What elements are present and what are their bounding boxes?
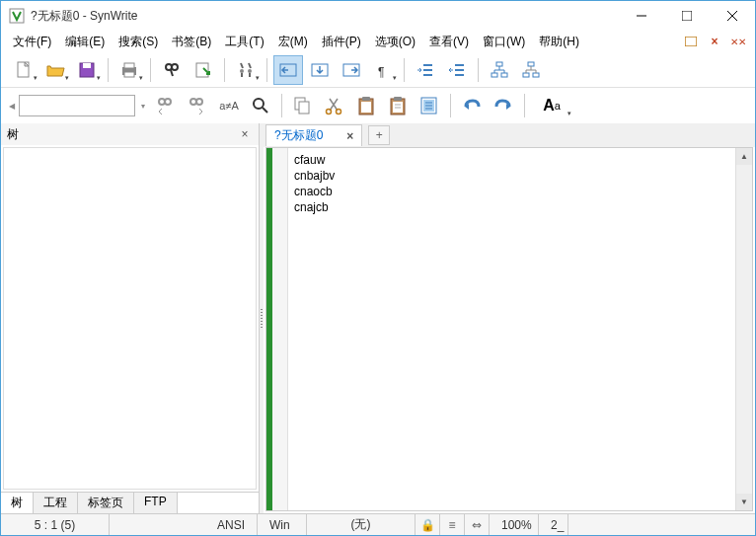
status-lineend[interactable]: Win: [258, 514, 307, 535]
close-button[interactable]: [710, 1, 755, 31]
separator: [108, 58, 109, 82]
separator: [450, 94, 451, 117]
print-button[interactable]: ▾: [114, 55, 144, 85]
menu-tools[interactable]: 工具(T): [219, 32, 269, 52]
vertical-scrollbar[interactable]: ▲ ▼: [735, 148, 752, 510]
font-button[interactable]: Aa▾: [531, 91, 572, 120]
open-file-button[interactable]: ▾: [40, 55, 70, 85]
scroll-up-icon[interactable]: ▲: [736, 148, 752, 165]
status-tabsize[interactable]: 2_: [539, 514, 568, 535]
paste-button[interactable]: [383, 91, 413, 120]
scroll-down-icon[interactable]: ▼: [736, 494, 752, 510]
left-tab-tree[interactable]: 树: [1, 493, 34, 513]
tree-panel-title: 树: [7, 126, 237, 143]
redo-button[interactable]: [489, 91, 518, 120]
add-tab-button[interactable]: +: [368, 125, 390, 145]
find-button[interactable]: [157, 55, 187, 85]
x-icon[interactable]: ×: [707, 34, 722, 49]
svg-line-39: [263, 108, 267, 113]
svg-text:¶: ¶: [378, 65, 384, 79]
status-lexer[interactable]: (无): [307, 514, 416, 535]
find-next-button[interactable]: [183, 91, 212, 120]
left-tabs: 树 工程 标签页 FTP: [1, 492, 259, 513]
doc-tab[interactable]: ?无标题0 ×: [265, 124, 362, 146]
menu-help[interactable]: 帮助(H): [533, 32, 585, 52]
svg-rect-10: [124, 63, 134, 68]
svg-point-35: [165, 99, 171, 105]
xx-icon[interactable]: ✕✕: [730, 34, 746, 49]
zoom-button[interactable]: [246, 91, 275, 120]
svg-rect-30: [501, 73, 507, 77]
svg-rect-28: [496, 62, 502, 66]
editor-line: cnajcb: [294, 199, 729, 215]
undo-button[interactable]: [457, 91, 487, 120]
chevron-down-icon[interactable]: ▾: [141, 102, 145, 111]
menu-window[interactable]: 窗口(W): [477, 32, 531, 52]
search-input[interactable]: [19, 95, 135, 116]
svg-point-42: [327, 110, 332, 115]
clipboard-button[interactable]: [351, 91, 381, 120]
maximize-button[interactable]: [664, 1, 710, 31]
find-prev-button[interactable]: [151, 91, 181, 120]
separator: [281, 94, 282, 117]
doc-tab-close-icon[interactable]: ×: [346, 129, 353, 143]
menu-file[interactable]: 文件(F): [7, 32, 57, 52]
svg-rect-2: [682, 11, 692, 21]
align-icon[interactable]: ≡: [440, 514, 465, 535]
app-icon: [9, 8, 25, 24]
case-button[interactable]: a≠A: [214, 91, 244, 120]
tree-panel-close-icon[interactable]: ×: [237, 127, 253, 141]
tree-body[interactable]: [3, 147, 257, 490]
tree-panel: 树 × 树 工程 标签页 FTP: [1, 123, 260, 513]
menu-plugins[interactable]: 插件(P): [316, 32, 367, 52]
minimize-button[interactable]: [619, 1, 664, 31]
menu-macro[interactable]: 宏(M): [272, 32, 314, 52]
wrap-icon[interactable]: ⇔: [465, 514, 490, 535]
editor-line: cfauw: [294, 152, 729, 168]
menu-view[interactable]: 查看(V): [423, 32, 475, 52]
menu-bookmark[interactable]: 书签(B): [166, 32, 217, 52]
panel-down-button[interactable]: [305, 55, 335, 85]
outdent-button[interactable]: [442, 55, 472, 85]
menu-search[interactable]: 搜索(S): [113, 32, 164, 52]
panel-right-button[interactable]: [337, 55, 366, 85]
left-tab-tabs[interactable]: 标签页: [78, 493, 134, 513]
workspace: 树 × 树 工程 标签页 FTP ?无标题0 × + cfauw cnbajbv…: [1, 123, 755, 513]
indent-button[interactable]: [411, 55, 440, 85]
new-file-button[interactable]: ▾: [9, 55, 38, 85]
svg-rect-8: [83, 63, 91, 68]
menu-options[interactable]: 选项(O): [369, 32, 421, 52]
chevron-left-icon[interactable]: ◀: [9, 102, 15, 111]
status-position[interactable]: 5 : 1 (5): [1, 514, 110, 535]
save-button[interactable]: ▾: [72, 55, 102, 85]
svg-rect-33: [533, 73, 539, 77]
panel-left-button[interactable]: [273, 55, 303, 85]
layout-icon[interactable]: [683, 34, 699, 49]
left-tab-ftp[interactable]: FTP: [134, 493, 178, 513]
copy-button[interactable]: [288, 91, 318, 120]
svg-point-43: [337, 110, 341, 115]
svg-rect-41: [299, 102, 309, 114]
goto-button[interactable]: [189, 55, 218, 85]
settings-button[interactable]: ▾: [231, 55, 261, 85]
structure2-button[interactable]: [516, 55, 546, 85]
status-message: [568, 514, 755, 535]
lock-icon[interactable]: 🔒: [416, 514, 440, 535]
titlebar: ?无标题0 - SynWrite: [1, 1, 755, 31]
separator: [266, 58, 267, 82]
menu-edit[interactable]: 编辑(E): [59, 32, 111, 52]
svg-rect-46: [361, 102, 371, 113]
svg-rect-11: [124, 72, 134, 77]
editor-text[interactable]: cfauw cnbajbv cnaocb cnajcb: [288, 148, 735, 510]
status-encoding[interactable]: ANSI: [110, 514, 258, 535]
tree-panel-header: 树 ×: [1, 123, 259, 145]
svg-point-17: [248, 69, 252, 73]
toolbar-search: ◀ ▾ a≠A Aa▾: [1, 88, 755, 123]
svg-point-37: [196, 99, 202, 105]
cut-button[interactable]: [320, 91, 349, 120]
left-tab-project[interactable]: 工程: [34, 493, 78, 513]
structure1-button[interactable]: [485, 55, 514, 85]
select-all-button[interactable]: [415, 91, 444, 120]
pilcrow-button[interactable]: ¶▾: [368, 55, 398, 85]
status-zoom[interactable]: 100%: [490, 514, 539, 535]
